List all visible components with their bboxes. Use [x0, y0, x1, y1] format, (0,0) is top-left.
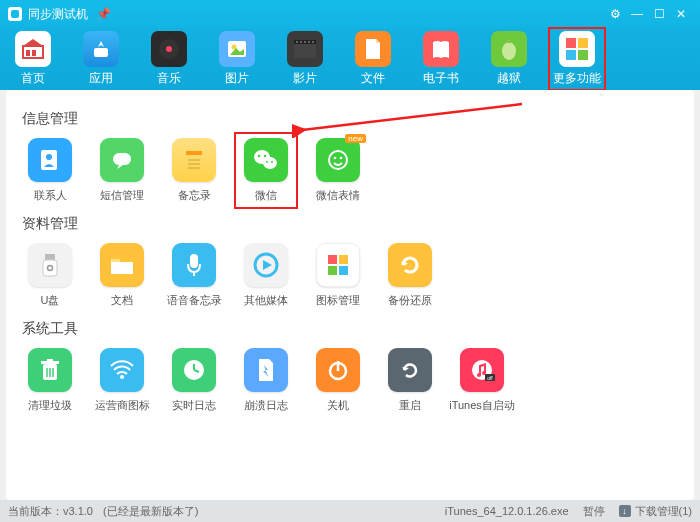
item-docs[interactable]: 文档	[96, 243, 148, 308]
nav-ebooks[interactable]: 电子书	[416, 31, 466, 87]
svg-rect-48	[41, 361, 59, 364]
status-pause[interactable]: 暂停	[583, 504, 605, 519]
grid-info: 联系人 短信管理 备忘录 微信 new 微信表情	[24, 138, 680, 203]
videos-icon	[287, 31, 323, 67]
item-backup[interactable]: 备份还原	[384, 243, 436, 308]
maximize-button[interactable]: ☐	[648, 7, 670, 21]
item-carrier[interactable]: 运营商图标	[96, 348, 148, 413]
svg-rect-11	[300, 41, 302, 43]
svg-rect-18	[566, 50, 576, 60]
svg-point-53	[120, 375, 124, 379]
nav-photos[interactable]: 图片	[212, 31, 262, 87]
svg-rect-36	[45, 254, 55, 260]
more-icon	[559, 31, 595, 67]
new-badge: new	[345, 134, 366, 143]
item-udisk[interactable]: U盘	[24, 243, 76, 308]
nav-apps[interactable]: 应用	[76, 31, 126, 87]
main-toolbar: 首页 应用 音乐 图片 影片 文件 电子书	[0, 28, 700, 90]
item-wechat-sticker[interactable]: new 微信表情	[312, 138, 364, 203]
minimize-button[interactable]: —	[626, 7, 648, 21]
svg-point-29	[258, 155, 260, 157]
svg-rect-16	[566, 38, 576, 48]
item-reboot[interactable]: 重启	[384, 348, 436, 413]
svg-rect-44	[339, 255, 348, 264]
titlebar: 同步测试机 📌 ⚙ — ☐ ✕	[0, 0, 700, 28]
svg-rect-22	[113, 153, 131, 165]
item-contacts[interactable]: 联系人	[24, 138, 76, 203]
item-sms[interactable]: 短信管理	[96, 138, 148, 203]
svg-rect-40	[190, 254, 198, 268]
contacts-icon	[28, 138, 72, 182]
item-realtime-log[interactable]: 实时日志	[168, 348, 220, 413]
item-icon-manage[interactable]: 图标管理	[312, 243, 364, 308]
iconmgr-icon	[316, 243, 360, 287]
svg-rect-37	[43, 260, 57, 276]
item-notes[interactable]: 备忘录	[168, 138, 220, 203]
crashlog-icon	[244, 348, 288, 392]
status-file[interactable]: iTunes_64_12.0.1.26.exe	[445, 505, 569, 517]
nav-more[interactable]: 更多功能	[552, 31, 602, 87]
wechat-icon	[244, 138, 288, 182]
svg-point-35	[340, 157, 343, 160]
app-logo-icon	[8, 7, 22, 21]
nav-videos[interactable]: 影片	[280, 31, 330, 87]
status-bar: 当前版本：v3.1.0 (已经是最新版本了) iTunes_64_12.0.1.…	[0, 500, 700, 522]
home-icon	[15, 31, 51, 67]
svg-rect-43	[328, 255, 337, 264]
svg-point-15	[502, 42, 516, 60]
download-icon: ↓	[619, 505, 631, 517]
svg-point-33	[329, 151, 347, 169]
nav-jailbreak[interactable]: 越狱	[484, 31, 534, 87]
apps-icon	[83, 31, 119, 67]
svg-rect-45	[328, 266, 337, 275]
pin-icon[interactable]: 📌	[96, 7, 111, 21]
svg-rect-3	[94, 48, 108, 57]
sms-icon	[100, 138, 144, 182]
backup-icon	[388, 243, 432, 287]
svg-rect-10	[296, 41, 298, 43]
close-button[interactable]: ✕	[670, 7, 692, 21]
clock-icon	[172, 348, 216, 392]
status-downloads[interactable]: ↓下载管理(1)	[619, 504, 692, 519]
svg-rect-13	[308, 41, 310, 43]
notes-icon	[172, 138, 216, 182]
item-crash-log[interactable]: 崩溃日志	[240, 348, 292, 413]
svg-point-21	[46, 154, 52, 160]
udisk-icon	[28, 243, 72, 287]
item-shutdown[interactable]: 关机	[312, 348, 364, 413]
nav-files[interactable]: 文件	[348, 31, 398, 87]
svg-point-34	[334, 157, 337, 160]
photos-icon	[219, 31, 255, 67]
grid-data: U盘 文档 语音备忘录 其他媒体 图标管理 备份还原	[24, 243, 680, 308]
item-wechat[interactable]: 微信	[240, 138, 292, 203]
item-itunes-autostart[interactable]: off iTunes自启动	[456, 348, 508, 413]
sticker-icon	[316, 138, 360, 182]
item-voice-memo[interactable]: 语音备忘录	[168, 243, 220, 308]
content-panel: 信息管理 联系人 短信管理 备忘录 微信 new 微信表情 资料管理 U盘	[6, 90, 694, 500]
trash-icon	[28, 348, 72, 392]
svg-point-28	[263, 157, 277, 169]
section-title-data: 资料管理	[22, 215, 680, 233]
svg-rect-23	[186, 151, 202, 155]
section-title-info: 信息管理	[22, 110, 680, 128]
version-text: 当前版本：v3.1.0	[8, 504, 93, 519]
jailbreak-icon	[491, 31, 527, 67]
svg-rect-49	[47, 359, 53, 361]
nav-music[interactable]: 音乐	[144, 31, 194, 87]
nav-home[interactable]: 首页	[8, 31, 58, 87]
power-icon	[316, 348, 360, 392]
svg-point-30	[264, 155, 266, 157]
latest-text: (已经是最新版本了)	[103, 504, 198, 519]
svg-point-32	[271, 161, 273, 163]
signal-icon	[100, 348, 144, 392]
svg-text:off: off	[487, 375, 493, 381]
mic-icon	[172, 243, 216, 287]
window-title: 同步测试机	[28, 6, 88, 23]
svg-rect-14	[312, 41, 314, 43]
ebooks-icon	[423, 31, 459, 67]
svg-point-5	[166, 46, 172, 52]
settings-icon[interactable]: ⚙	[604, 7, 626, 21]
item-other-media[interactable]: 其他媒体	[240, 243, 292, 308]
item-clean[interactable]: 清理垃圾	[24, 348, 76, 413]
svg-point-31	[266, 161, 268, 163]
